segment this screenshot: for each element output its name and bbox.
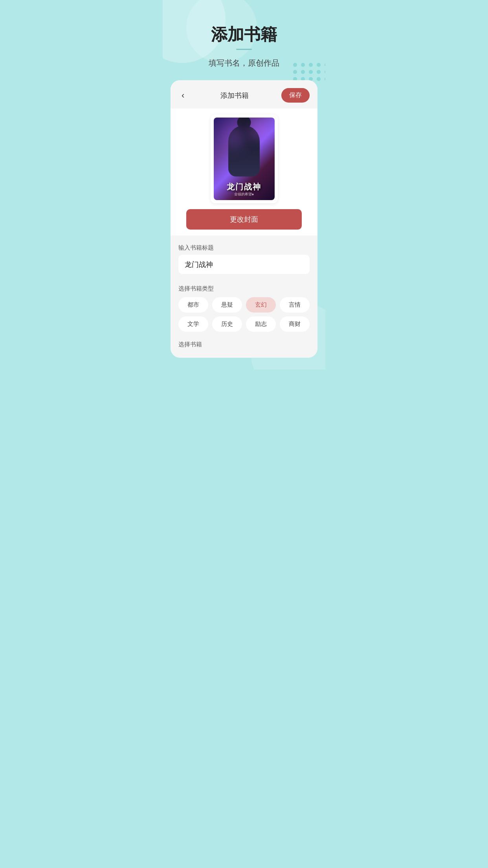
- genre-tag-inspirational[interactable]: 励志: [246, 316, 276, 332]
- genre-tag-literature[interactable]: 文学: [178, 316, 208, 332]
- glow-1: [222, 125, 245, 149]
- title-section-label: 输入书籍标题: [171, 239, 317, 255]
- save-button[interactable]: 保存: [281, 88, 310, 103]
- genre-tag-business[interactable]: 商财: [280, 316, 310, 332]
- cover-title-overlay: 龙门战神: [214, 182, 275, 192]
- genre-tag-urban[interactable]: 都市: [178, 297, 208, 313]
- change-cover-button[interactable]: 更改封面: [186, 209, 302, 230]
- genre-section: 选择书籍类型 都市悬疑玄幻言情文学历史励志商财: [171, 280, 317, 338]
- card-title: 添加书籍: [220, 91, 249, 100]
- genre-tag-history[interactable]: 历史: [212, 316, 242, 332]
- genre-tag-mystery[interactable]: 悬疑: [212, 297, 242, 313]
- genre-section-label: 选择书籍类型: [171, 282, 317, 297]
- page-subtitle: 填写书名，原创作品: [171, 58, 317, 68]
- title-divider: [236, 49, 252, 50]
- genre-tag-romance[interactable]: 言情: [280, 297, 310, 313]
- back-button[interactable]: ‹: [178, 89, 187, 102]
- book-cover-image: 龙门战神 全镇的希望♠: [214, 118, 275, 200]
- genre-tag-fantasy[interactable]: 玄幻: [246, 297, 276, 313]
- book-select-section: 选择书籍: [171, 338, 317, 350]
- glow-2: [249, 121, 269, 141]
- page-content: 添加书籍 填写书名，原创作品 ‹ 添加书籍 保存: [163, 0, 325, 370]
- add-book-card: ‹ 添加书籍 保存 龙门战神 全镇的希望♠: [171, 80, 317, 358]
- cover-wrapper: 龙门战神 全镇的希望♠: [211, 114, 278, 203]
- cover-subtitle-overlay: 全镇的希望♠: [214, 192, 275, 197]
- page-title: 添加书籍: [171, 24, 317, 46]
- genre-grid: 都市悬疑玄幻言情文学历史励志商财: [171, 297, 317, 338]
- book-title-input[interactable]: [178, 255, 310, 274]
- book-select-label: 选择书籍: [171, 338, 317, 350]
- card-header: ‹ 添加书籍 保存: [171, 80, 317, 108]
- title-section: 输入书籍标题: [171, 235, 317, 280]
